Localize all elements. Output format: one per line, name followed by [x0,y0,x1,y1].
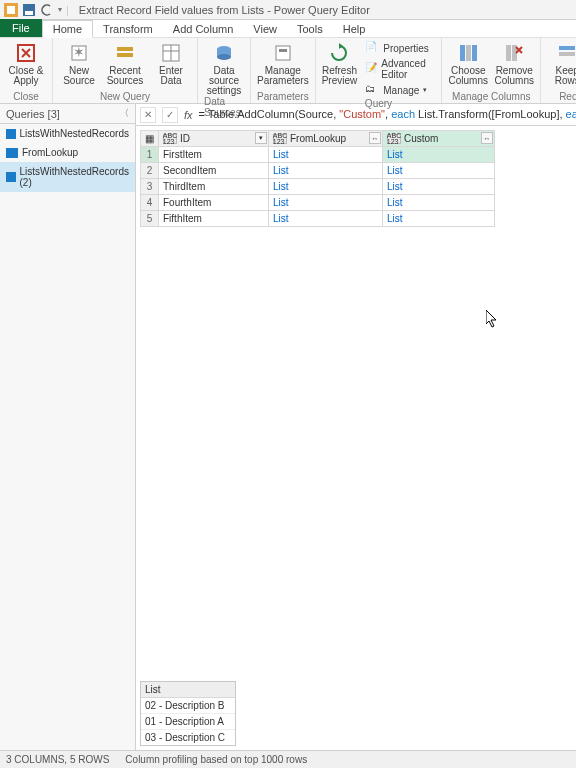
ribbon-group-close-label: Close [13,91,39,103]
column-filter-button[interactable]: ▾ [255,132,267,144]
manage-icon: 🗂 [365,83,379,97]
enter-data-icon [159,42,183,64]
column-expand-button[interactable]: ↔ [481,132,493,144]
query-item-0[interactable]: ListsWithNestedRecords [0,124,135,143]
cell-fromlookup[interactable]: List [269,195,383,211]
table-icon: ▦ [145,133,154,144]
formula-cancel-button[interactable]: ✕ [140,107,156,123]
row-number[interactable]: 4 [141,195,159,211]
column-header-fromlookup[interactable]: ABC123FromLookup ↔ [269,131,383,147]
preview-item[interactable]: 03 - Description C [141,730,235,745]
refresh-preview-button[interactable]: Refresh Preview [322,40,358,86]
manage-parameters-button[interactable]: Manage Parameters [263,40,303,86]
table-corner[interactable]: ▦ [141,131,159,147]
cell-custom[interactable]: List [383,195,495,211]
svg-rect-19 [472,45,477,61]
new-source-button[interactable]: ✶ New Source [59,40,99,86]
table-row[interactable]: 4FourthItemListList [141,195,495,211]
row-number[interactable]: 2 [141,163,159,179]
data-source-settings-button[interactable]: Data source settings [204,40,244,96]
qat-dropdown-icon[interactable]: ▾ [58,5,62,14]
column-header-custom[interactable]: ABC123Custom ↔ [383,131,495,147]
preview-header: List [141,682,235,698]
cell-preview-list: List 02 - Description B 01 - Description… [140,681,236,746]
recent-sources-button[interactable]: Recent Sources [105,40,145,86]
cell-id[interactable]: FirstItem [159,147,269,163]
properties-icon: 📄 [365,41,379,55]
preview-item[interactable]: 01 - Description A [141,714,235,730]
table-row[interactable]: 2SecondItemListList [141,163,495,179]
type-any-icon: ABC123 [387,134,401,144]
svg-rect-3 [25,11,33,15]
svg-rect-1 [7,6,15,14]
row-number[interactable]: 3 [141,179,159,195]
cell-custom[interactable]: List [383,163,495,179]
formula-bar: ✕ ✓ fx = Table.AddColumn(Source, "Custom… [136,104,576,126]
cursor-icon [486,310,500,328]
enter-data-button[interactable]: Enter Data [151,40,191,86]
table-row[interactable]: 3ThirdItemListList [141,179,495,195]
tab-add-column[interactable]: Add Column [163,21,244,37]
cell-id[interactable]: FifthItem [159,211,269,227]
close-apply-icon [14,42,38,64]
row-number[interactable]: 5 [141,211,159,227]
close-apply-button[interactable]: Close & Apply [6,40,46,86]
tab-view[interactable]: View [243,21,287,37]
tab-transform[interactable]: Transform [93,21,163,37]
svg-rect-18 [466,45,471,61]
refresh-icon [327,42,351,64]
table-row[interactable]: 5FifthItemListList [141,211,495,227]
keep-rows-button[interactable]: Keep Rows [547,40,576,86]
close-apply-label: Close & Apply [8,66,43,86]
cell-custom[interactable]: List [383,179,495,195]
keep-rows-icon [555,42,576,64]
query-item-2[interactable]: ListsWithNestedRecords (2) [0,162,135,192]
new-source-icon: ✶ [67,42,91,64]
preview-item[interactable]: 02 - Description B [141,698,235,714]
tab-file[interactable]: File [0,19,42,37]
column-header-id[interactable]: ABC123ID ▾ [159,131,269,147]
formula-input[interactable]: = Table.AddColumn(Source, "Custom", each… [199,108,576,121]
table-row[interactable]: 1FirstItemListList [141,147,495,163]
app-icon [4,3,18,17]
recent-sources-icon [113,42,137,64]
tab-help[interactable]: Help [333,21,376,37]
cell-fromlookup[interactable]: List [269,179,383,195]
cell-id[interactable]: ThirdItem [159,179,269,195]
svg-rect-15 [276,46,290,60]
svg-rect-20 [506,45,511,61]
cell-id[interactable]: SecondItem [159,163,269,179]
column-expand-button[interactable]: ↔ [369,132,381,144]
remove-columns-button[interactable]: Remove Columns [494,40,534,86]
undo-icon[interactable] [40,3,54,17]
collapse-icon[interactable]: 〈 [120,107,129,120]
manage-button[interactable]: 🗂Manage▾ [363,82,435,98]
properties-button[interactable]: 📄Properties [363,40,435,56]
tab-tools[interactable]: Tools [287,21,333,37]
cell-fromlookup[interactable]: List [269,211,383,227]
cell-id[interactable]: FourthItem [159,195,269,211]
cell-fromlookup[interactable]: List [269,147,383,163]
query-item-1[interactable]: FromLookup [0,143,135,162]
cell-custom[interactable]: List [383,211,495,227]
formula-commit-button[interactable]: ✓ [162,107,178,123]
type-any-icon: ABC123 [273,134,287,144]
ribbon-group-close: Close & Apply Close [0,38,53,103]
fx-icon[interactable]: fx [184,109,193,121]
queries-header[interactable]: Queries [3] 〈 [0,104,135,124]
data-table: ▦ ABC123ID ▾ ABC123FromLookup ↔ ABC123Cu… [136,126,576,227]
row-number[interactable]: 1 [141,147,159,163]
ribbon-group-manage-columns: Choose Columns Remove Columns Manage Col… [442,38,541,103]
main-area: Queries [3] 〈 ListsWithNestedRecords Fro… [0,104,576,750]
advanced-editor-button[interactable]: 📝Advanced Editor [363,57,435,81]
data-source-settings-icon [212,42,236,64]
svg-text:✶: ✶ [73,44,85,60]
cell-custom[interactable]: List [383,147,495,163]
svg-rect-23 [559,52,575,56]
cell-fromlookup[interactable]: List [269,163,383,179]
table-icon [6,148,18,158]
manage-parameters-icon [271,42,295,64]
save-icon[interactable] [22,3,36,17]
tab-home[interactable]: Home [42,20,93,38]
choose-columns-button[interactable]: Choose Columns [448,40,488,86]
